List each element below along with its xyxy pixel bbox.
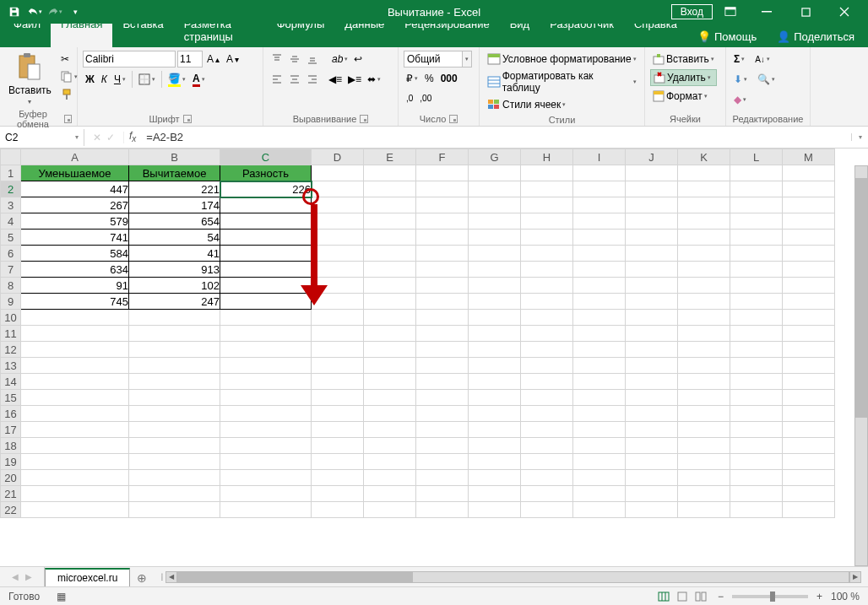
fx-button[interactable]: fx: [124, 130, 141, 143]
cell-D13[interactable]: [312, 358, 364, 374]
row-header-20[interactable]: 20: [1, 470, 21, 486]
select-all-cell[interactable]: [1, 149, 21, 165]
cell-C1[interactable]: Разность: [220, 165, 312, 181]
cell-E7[interactable]: [364, 262, 416, 278]
cell-F14[interactable]: [416, 374, 469, 390]
cell-G10[interactable]: [469, 310, 521, 326]
cell-H11[interactable]: [521, 326, 573, 342]
decrease-decimal-button[interactable]: ,00: [417, 89, 434, 106]
cell-F21[interactable]: [416, 486, 469, 502]
cell-C17[interactable]: [220, 422, 312, 438]
row-header-1[interactable]: 1: [1, 165, 21, 181]
cell-A22[interactable]: [21, 502, 129, 518]
alignment-launcher[interactable]: [360, 115, 368, 123]
cell-L2[interactable]: [730, 181, 783, 197]
row-header-22[interactable]: 22: [1, 502, 21, 518]
insert-cells-button[interactable]: Вставить▾: [650, 51, 717, 68]
cell-L1[interactable]: [730, 165, 783, 181]
cell-J16[interactable]: [626, 406, 678, 422]
cell-L14[interactable]: [730, 374, 783, 390]
cell-M22[interactable]: [783, 502, 835, 518]
sheet-nav-next[interactable]: ▶: [25, 572, 32, 581]
cell-K21[interactable]: [678, 486, 730, 502]
cell-K12[interactable]: [678, 342, 730, 358]
cell-F2[interactable]: [416, 181, 469, 197]
cell-H2[interactable]: [521, 181, 573, 197]
cell-B7[interactable]: 913: [129, 262, 220, 278]
cell-E20[interactable]: [364, 470, 416, 486]
cell-K7[interactable]: [678, 262, 730, 278]
cell-M13[interactable]: [783, 358, 835, 374]
cell-L10[interactable]: [730, 310, 783, 326]
cell-A13[interactable]: [21, 358, 129, 374]
share-button[interactable]: 👤Поделиться: [767, 25, 865, 47]
cell-B20[interactable]: [129, 470, 220, 486]
row-header-5[interactable]: 5: [1, 230, 21, 246]
align-left-button[interactable]: [269, 71, 285, 88]
cell-H1[interactable]: [521, 165, 573, 181]
cell-A21[interactable]: [21, 486, 129, 502]
cell-M1[interactable]: [783, 165, 835, 181]
expand-formula-bar[interactable]: ▾: [851, 133, 868, 141]
cell-F8[interactable]: [416, 278, 469, 294]
row-header-12[interactable]: 12: [1, 342, 21, 358]
cell-J1[interactable]: [626, 165, 678, 181]
cell-L18[interactable]: [730, 438, 783, 454]
row-header-16[interactable]: 16: [1, 406, 21, 422]
cell-I5[interactable]: [573, 230, 626, 246]
cell-I10[interactable]: [573, 310, 626, 326]
cell-K11[interactable]: [678, 326, 730, 342]
paste-button[interactable]: Вставить ▾: [5, 51, 55, 107]
col-header-H[interactable]: H: [521, 149, 573, 165]
cell-E3[interactable]: [364, 197, 416, 213]
cell-M4[interactable]: [783, 213, 835, 230]
cell-M5[interactable]: [783, 230, 835, 246]
cell-A8[interactable]: 91: [21, 278, 129, 294]
cell-L3[interactable]: [730, 197, 783, 213]
cell-E15[interactable]: [364, 390, 416, 406]
col-header-L[interactable]: L: [730, 149, 783, 165]
row-header-8[interactable]: 8: [1, 278, 21, 294]
cell-A12[interactable]: [21, 342, 129, 358]
cell-L7[interactable]: [730, 262, 783, 278]
cell-F9[interactable]: [416, 294, 469, 310]
cell-I8[interactable]: [573, 278, 626, 294]
cell-K18[interactable]: [678, 438, 730, 454]
cell-D4[interactable]: [312, 213, 364, 230]
cell-C13[interactable]: [220, 358, 312, 374]
cell-L13[interactable]: [730, 358, 783, 374]
cell-M21[interactable]: [783, 486, 835, 502]
cell-K10[interactable]: [678, 310, 730, 326]
format-painter-button[interactable]: [58, 86, 80, 103]
qat-customize[interactable]: ▾: [66, 3, 84, 21]
cell-F10[interactable]: [416, 310, 469, 326]
cell-J7[interactable]: [626, 262, 678, 278]
cell-H13[interactable]: [521, 358, 573, 374]
row-header-9[interactable]: 9: [1, 294, 21, 310]
cell-E19[interactable]: [364, 454, 416, 470]
delete-cells-button[interactable]: Удалить▾: [650, 69, 717, 86]
cell-E13[interactable]: [364, 358, 416, 374]
number-launcher[interactable]: [449, 115, 458, 123]
cell-J2[interactable]: [626, 181, 678, 197]
cell-H6[interactable]: [521, 246, 573, 262]
col-header-A[interactable]: A: [21, 149, 129, 165]
cell-F7[interactable]: [416, 262, 469, 278]
number-format-select[interactable]: [404, 51, 463, 68]
cell-G8[interactable]: [469, 278, 521, 294]
cell-A15[interactable]: [21, 390, 129, 406]
macro-record-icon[interactable]: ▦: [57, 591, 66, 602]
cell-K16[interactable]: [678, 406, 730, 422]
cell-I4[interactable]: [573, 213, 626, 230]
cell-G12[interactable]: [469, 342, 521, 358]
cell-J21[interactable]: [626, 486, 678, 502]
cell-E16[interactable]: [364, 406, 416, 422]
cell-G21[interactable]: [469, 486, 521, 502]
cell-I11[interactable]: [573, 326, 626, 342]
cell-H5[interactable]: [521, 230, 573, 246]
cell-H12[interactable]: [521, 342, 573, 358]
comma-button[interactable]: 000: [438, 70, 460, 87]
cell-M14[interactable]: [783, 374, 835, 390]
cell-E11[interactable]: [364, 326, 416, 342]
cell-J11[interactable]: [626, 326, 678, 342]
